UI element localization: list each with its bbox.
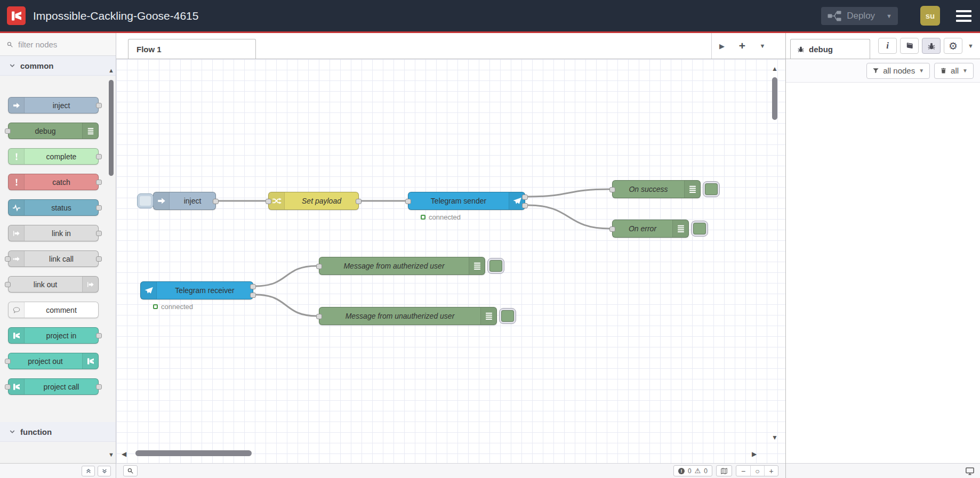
palette-node-project-out[interactable]: project out [8,353,99,369]
palette-node-inject[interactable]: inject [8,97,99,114]
node-port-out[interactable] [250,293,256,298]
tab-flow-1[interactable]: Flow 1 [128,39,256,59]
node-port-out[interactable] [522,195,528,200]
debug-toggle-button[interactable] [487,258,504,274]
node-red-logo-icon [12,331,21,340]
list-icon [82,123,98,139]
palette-node-link-call[interactable]: link call [8,250,99,267]
config-panel-button[interactable]: ⚙ [944,38,962,54]
tab-debug[interactable]: debug [790,39,870,59]
palette-node-status[interactable]: status [8,199,99,216]
map-icon [720,467,728,475]
palette-category-body-common: injectdebugcompletecatchstatuslink inlin… [0,76,116,422]
deploy-options-caret[interactable]: ▼ [880,13,898,19]
palette-scroll-down-icon[interactable]: ▼ [108,452,114,458]
node-status-text: connected [161,303,193,311]
node-port-out[interactable] [356,199,362,204]
flow-node-inject[interactable]: inject [153,192,216,210]
inject-button[interactable] [137,193,154,208]
node-port-in[interactable] [609,187,615,192]
canvas-hscroll-thumb[interactable] [135,450,252,456]
wire[interactable] [255,266,317,286]
palette-node-input-port [5,256,11,262]
node-label: Telegram sender [408,192,509,209]
debug-filter-button[interactable]: all nodes ▼ [866,63,930,79]
debug-toggle-button[interactable] [703,181,720,197]
node-port-in[interactable] [405,199,411,204]
flow-node-telegram-sender[interactable]: Telegram sender [408,192,525,210]
flow-node-telegram-receiver[interactable]: Telegram receiver [140,281,253,299]
canvas-search-button[interactable] [123,465,138,476]
sidebar-options-caret[interactable]: ▼ [968,43,974,49]
wire[interactable] [255,295,317,316]
canvas-scroll-down-icon[interactable]: ▼ [772,434,778,441]
palette-node-catch[interactable]: catch [8,174,99,190]
canvas-vscroll-thumb[interactable] [772,77,777,120]
node-port-out[interactable] [250,284,256,289]
telegram-icon [141,282,157,299]
flow-tab-label: Flow 1 [136,45,162,54]
node-port-in[interactable] [316,314,322,319]
palette-node-label: link call [25,251,98,266]
flow-node-msg-auth[interactable]: Message from autherized user [319,257,485,275]
zoom-in-button[interactable]: + [764,466,778,476]
palette-node-comment[interactable]: comment [8,302,99,318]
link-call-icon [12,255,21,263]
next-tab-icon[interactable]: ▶ [712,42,732,50]
zoom-reset-button[interactable]: ○ [750,466,764,476]
palette-scroll-up-icon[interactable]: ▲ [108,68,114,74]
add-flow-button[interactable]: + [732,39,752,52]
palette-category-header-function[interactable]: function [0,422,116,442]
flow-canvas[interactable]: ▲ ▼ ◀ ▶ injectSet payloadTelegram sender… [116,59,785,463]
info-panel-button[interactable]: i [878,38,897,54]
help-panel-button[interactable] [900,38,919,54]
palette-node-label: project in [25,328,98,343]
expand-categories-button[interactable] [98,466,111,476]
palette-filter-input[interactable] [17,39,97,50]
collapse-categories-button[interactable] [82,466,95,476]
main-menu-button[interactable] [956,10,971,22]
comment-bubble-icon [12,306,21,314]
palette-scrollbar-thumb[interactable] [109,80,114,176]
node-label: On success [613,181,684,198]
wire[interactable] [527,189,610,197]
bug-icon [797,45,805,53]
deploy-icon [828,11,841,21]
book-icon [905,42,914,50]
node-port-out[interactable] [522,203,528,208]
palette-node-link-in[interactable]: link in [8,225,99,241]
node-port-in[interactable] [316,264,322,269]
debug-toggle-button[interactable] [691,221,708,237]
flow-node-msg-unauth[interactable]: Message from unautherized user [319,307,497,325]
palette-node-project-in[interactable]: project in [8,327,99,344]
debug-clear-button[interactable]: all ▼ [934,63,974,79]
palette-node-project-call[interactable]: project call [8,378,99,395]
palette-node-link-out[interactable]: link out [8,276,99,293]
debug-panel-button[interactable] [922,38,941,54]
monitor-icon[interactable] [965,466,975,476]
debug-toggle-button[interactable] [499,308,516,324]
notification-counts[interactable]: ! 0 ⚠ 0 [673,465,712,476]
zoom-out-button[interactable]: − [736,466,750,476]
palette-node-debug[interactable]: debug [8,123,99,139]
user-avatar[interactable]: su [920,6,940,26]
deploy-button[interactable]: Deploy ▼ [821,7,898,25]
node-port-in[interactable] [266,199,271,204]
canvas-scroll-left-icon[interactable]: ◀ [122,451,126,457]
palette-node-complete[interactable]: complete [8,148,99,165]
node-red-logo-icon [86,357,95,366]
flow-node-set-payload[interactable]: Set payload [268,192,359,210]
chevron-down-icon: ▼ [919,68,924,74]
wire[interactable] [527,205,610,229]
navigator-button[interactable] [716,465,732,476]
node-port-out[interactable] [213,199,219,204]
flow-node-on-error[interactable]: On error [612,220,689,238]
canvas-scroll-right-icon[interactable]: ▶ [752,451,757,457]
node-port-in[interactable] [609,226,615,232]
palette-category-header-common[interactable]: common [0,56,116,76]
flow-list-caret[interactable]: ▼ [752,43,773,49]
flow-node-on-success[interactable]: On success [612,180,701,198]
canvas-scroll-up-icon[interactable]: ▲ [772,66,778,72]
palette-node-input-port [5,384,11,390]
link-out-icon [82,277,98,292]
